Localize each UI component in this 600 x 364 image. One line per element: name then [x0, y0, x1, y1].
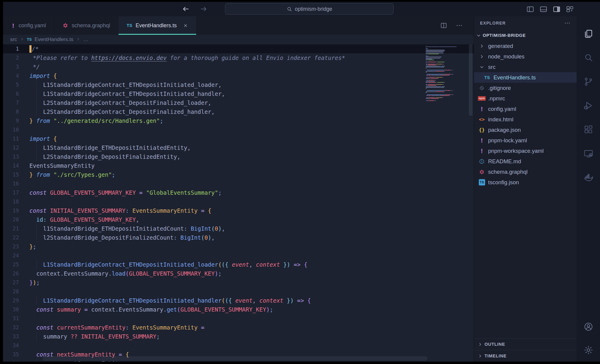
forward-arrow-icon[interactable]	[200, 5, 208, 13]
file-tree-item-node-modules[interactable]: node_modules	[474, 51, 577, 62]
code-line-2[interactable]: 2 *Please refer to https://docs.envio.de…	[3, 53, 474, 62]
layout-sidebar-right-icon[interactable]	[553, 5, 561, 13]
file-tree-item-pnpm-lock-yaml[interactable]: !pnpm-lock.yaml	[474, 135, 577, 146]
code-line-34[interactable]: 34	[3, 341, 474, 350]
code-line-10[interactable]: 10	[3, 125, 474, 134]
line-number: 32	[3, 323, 26, 332]
code-line-23[interactable]: 23};	[3, 242, 474, 251]
line-text: l2StandardBridge_DepositFinalizedCount: …	[26, 233, 215, 242]
layout-sidebar-left-icon[interactable]	[526, 5, 534, 13]
breadcrumb-symbol[interactable]: …	[83, 37, 88, 43]
code-line-19[interactable]: 19const INITIAL_EVENTS_SUMMARY: EventsSu…	[3, 206, 474, 215]
file-tree-item-readme-md[interactable]: README.md	[474, 156, 577, 167]
explorer-more-icon[interactable]	[564, 20, 571, 26]
line-number: 19	[3, 206, 26, 215]
code-line-17[interactable]: 17const GLOBAL_EVENTS_SUMMARY_KEY = "Glo…	[3, 188, 474, 197]
workspace-root[interactable]: OPTIMISM-BRIDGE	[474, 30, 577, 41]
code-line-3[interactable]: 3 */	[3, 62, 474, 71]
code-line-30[interactable]: 30 const summary = context.EventsSummary…	[3, 305, 474, 314]
code-line-25[interactable]: 25 L1StandardBridgeContract_ETHDepositIn…	[3, 260, 474, 269]
activity-run-debug-icon[interactable]	[577, 93, 600, 117]
activity-bar-bottom	[577, 315, 600, 362]
code-line-16[interactable]: 16	[3, 179, 474, 188]
vertical-scrollbar[interactable]	[469, 44, 472, 116]
activity-remote-explorer-icon[interactable]	[577, 141, 600, 165]
code-line-6[interactable]: 6 L1StandardBridgeContract_ETHDepositIni…	[3, 89, 474, 98]
file-tree-item-eventhandlers-ts[interactable]: TSEventHandlers.ts	[474, 72, 577, 83]
code-line-22[interactable]: 22 l2StandardBridge_DepositFinalizedCoun…	[3, 233, 474, 242]
line-number: 2	[3, 53, 26, 62]
line-number: 33	[3, 332, 26, 341]
line-number: 23	[3, 242, 26, 251]
horizontal-scrollbar[interactable]	[43, 356, 428, 361]
tab-config-yaml[interactable]: !config.yaml	[3, 16, 54, 35]
file-tree-item--gitignore[interactable]: .gitignore	[474, 83, 577, 93]
code-line-18[interactable]: 18	[3, 197, 474, 206]
code-line-9[interactable]: 9} from "../generated/src/Handlers.gen";	[3, 116, 474, 125]
code-line-31[interactable]: 31	[3, 314, 474, 323]
line-text: };	[26, 242, 36, 251]
activity-extensions-icon[interactable]	[577, 117, 600, 141]
split-editor-icon[interactable]	[440, 22, 447, 29]
activity-docker-icon[interactable]	[577, 165, 600, 189]
chevron-right-icon	[478, 354, 483, 359]
code-line-8[interactable]: 8 L2StandardBridgeContract_DepositFinali…	[3, 107, 474, 116]
tab-label: schema.graphql	[72, 22, 110, 29]
command-center-search[interactable]: optimism-bridge	[225, 3, 394, 15]
code-line-12[interactable]: 12 L1StandardBridge_ETHDepositInitiatedE…	[3, 143, 474, 152]
close-tab-icon[interactable]	[183, 23, 188, 28]
minimap[interactable]	[426, 46, 467, 105]
code-editor[interactable]: 1/*2 *Please refer to https://docs.envio…	[3, 44, 474, 362]
file-tree-item--npmrc[interactable]: npm.npmrc	[474, 93, 577, 104]
file-tree-item-config-yaml[interactable]: !config.yaml	[474, 104, 577, 114]
line-text: */	[26, 62, 40, 71]
tab-schema-graphql[interactable]: schema.graphql	[54, 16, 118, 35]
activity-explorer-icon[interactable]	[577, 22, 600, 46]
file-name: tsconfig.json	[488, 179, 519, 186]
file-tree-item-src[interactable]: src	[474, 62, 577, 72]
code-line-26[interactable]: 26 context.EventsSummary.load(GLOBAL_EVE…	[3, 269, 474, 278]
code-line-32[interactable]: 32 const currentSummaryEntity: EventsSum…	[3, 323, 474, 332]
html-file-icon: <>	[478, 117, 485, 122]
code-line-1[interactable]: 1/*	[3, 44, 474, 53]
code-line-13[interactable]: 13 L2StandardBridge_DepositFinalizedEnti…	[3, 152, 474, 161]
back-arrow-icon[interactable]	[182, 5, 190, 13]
file-tree-item-generated[interactable]: generated	[474, 41, 577, 51]
panel-timeline[interactable]: TIMELINE	[474, 350, 577, 362]
file-tree-item-schema-graphql[interactable]: schema.graphql	[474, 167, 577, 177]
activity-search-icon[interactable]	[577, 46, 600, 70]
activity-source-control-icon[interactable]	[577, 70, 600, 93]
code-line-20[interactable]: 20 id: GLOBAL_EVENTS_SUMMARY_KEY,	[3, 215, 474, 224]
tab-eventhandlers-ts[interactable]: TSEventHandlers.ts	[118, 16, 196, 35]
code-line-15[interactable]: 15} from "./src/Types.gen";	[3, 170, 474, 179]
breadcrumb-file[interactable]: EventHandlers.ts	[34, 37, 73, 43]
ellipsis-icon[interactable]	[456, 22, 463, 29]
code-line-24[interactable]: 24	[3, 251, 474, 260]
code-line-28[interactable]: 28	[3, 287, 474, 296]
breadcrumb[interactable]: srcTSEventHandlers.ts…	[3, 35, 474, 44]
code-line-11[interactable]: 11import {	[3, 134, 474, 143]
line-text: *Please refer to https://docs.envio.dev …	[26, 53, 345, 62]
file-tree-item-tsconfig-json[interactable]: TStsconfig.json	[474, 177, 577, 188]
activity-settings-icon[interactable]	[577, 338, 600, 362]
layout-panel-icon[interactable]	[539, 5, 548, 13]
code-line-7[interactable]: 7 L2StandardBridgeContract_DepositFinali…	[3, 98, 474, 107]
file-tree-item-index-html[interactable]: <>index.html	[474, 114, 577, 125]
chevron-right-icon	[478, 342, 483, 347]
breadcrumb-folder[interactable]: src	[10, 37, 17, 43]
code-line-29[interactable]: 29 L1StandardBridgeContract_ETHDepositIn…	[3, 296, 474, 305]
code-line-4[interactable]: 4import {	[3, 71, 474, 80]
code-line-14[interactable]: 14EventsSummaryEntity	[3, 161, 474, 170]
layout-customize-icon[interactable]	[566, 5, 574, 13]
line-number: 36	[3, 359, 26, 362]
code-line-33[interactable]: 33 summary ?? INITIAL_EVENTS_SUMMARY;	[3, 332, 474, 341]
code-line-21[interactable]: 21 l1StandardBridge_ETHDepositInitiatedC…	[3, 224, 474, 233]
code-line-5[interactable]: 5 L1StandardBridgeContract_ETHDepositIni…	[3, 80, 474, 89]
line-number: 28	[3, 287, 26, 296]
code-line-27[interactable]: 27});	[3, 278, 474, 287]
panel-outline[interactable]: OUTLINE	[474, 338, 577, 350]
file-tree-item-package-json[interactable]: {}package.json	[474, 125, 577, 135]
line-number: 6	[3, 89, 26, 98]
file-tree-item-pnpm-workspace-yaml[interactable]: !pnpm-workspace.yaml	[474, 146, 577, 156]
activity-account-icon[interactable]	[577, 315, 600, 338]
